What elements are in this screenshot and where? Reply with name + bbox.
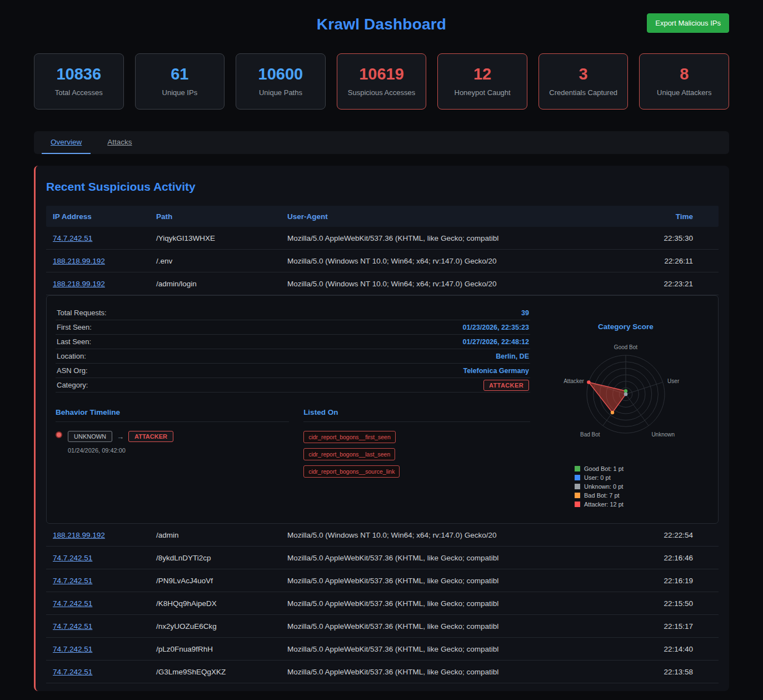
- column-header-user-agent: User-Agent: [287, 212, 640, 221]
- activity-table: IP AddressPathUser-AgentTime 74.7.242.51…: [46, 206, 719, 683]
- stat-card-credentials-captured: 3Credentials Captured: [538, 53, 629, 110]
- ip-link[interactable]: 188.218.99.192: [53, 280, 105, 288]
- legend-item-bad-bot: Bad Bot: 7 pt: [575, 492, 709, 499]
- export-malicious-ips-button[interactable]: Export Malicious IPs: [647, 13, 729, 33]
- ip-cell: 74.7.242.51: [53, 622, 156, 631]
- legend-swatch: [575, 475, 580, 480]
- radar-axis-label-user: User: [667, 378, 680, 384]
- ip-link[interactable]: 74.7.242.51: [53, 599, 92, 608]
- tab-attacks[interactable]: Attacks: [98, 131, 141, 154]
- time-cell: 22:13:58: [640, 668, 712, 676]
- stat-label: Suspicious Accesses: [341, 88, 423, 97]
- table-header-row: IP AddressPathUser-AgentTime: [46, 206, 719, 227]
- stat-card-suspicious-accesses: 10619Suspicious Accesses: [337, 53, 427, 110]
- legend-label: Unknown: 0 pt: [584, 483, 623, 490]
- listed-on-badge[interactable]: cidr_report_bogons__first_seen: [303, 431, 396, 443]
- table-row[interactable]: 188.218.99.192/.envMozilla/5.0 (Windows …: [46, 250, 719, 272]
- column-header-ip-address: IP Address: [53, 212, 156, 221]
- chart-legend: Good Bot: 1 ptUser: 0 ptUnknown: 0 ptBad…: [575, 465, 709, 508]
- behavior-timeline-title: Behavior Timeline: [56, 408, 289, 422]
- table-row[interactable]: 74.7.242.51/pLz0Fnua9fRhHMozilla/5.0 App…: [46, 638, 719, 661]
- table-row[interactable]: 188.218.99.192/admin/loginMozilla/5.0 (W…: [46, 272, 719, 295]
- table-row[interactable]: 74.7.242.51/8ykdLnDYTi2cpMozilla/5.0 App…: [46, 547, 719, 569]
- table-row[interactable]: 188.218.99.192/adminMozilla/5.0 (Windows…: [46, 524, 719, 547]
- stat-card-unique-attackers: 8Unique Attackers: [639, 53, 729, 110]
- detail-field-label: Location:: [57, 352, 86, 360]
- stat-label: Credentials Captured: [542, 88, 625, 97]
- timeline-event-body: UNKNOWN → ATTACKER 01/24/2026, 09:42:00: [68, 431, 173, 454]
- stat-label: Unique Attackers: [643, 88, 725, 97]
- path-cell: /admin: [156, 531, 287, 539]
- radar-axis-label-bad-bot: Bad Bot: [580, 431, 600, 438]
- category-badge: ATTACKER: [483, 380, 529, 391]
- detail-field-value: 01/27/2026, 22:48:12: [462, 338, 529, 346]
- ip-link[interactable]: 74.7.242.51: [53, 645, 92, 653]
- detail-field-last-seen: Last Seen:01/27/2026, 22:48:12: [56, 335, 530, 349]
- listed-on-badge[interactable]: cidr_report_bogons__last_seen: [303, 448, 395, 460]
- ip-link[interactable]: 74.7.242.51: [53, 622, 92, 631]
- radar-point-unknown: [624, 393, 627, 396]
- stat-card-unique-ips: 61Unique IPs: [135, 53, 225, 110]
- ip-link[interactable]: 74.7.242.51: [53, 577, 92, 585]
- path-cell: /YiqykGI13WHXE: [156, 234, 287, 242]
- legend-label: Bad Bot: 7 pt: [584, 492, 620, 499]
- ip-link[interactable]: 74.7.242.51: [53, 668, 92, 676]
- listed-on-badge[interactable]: cidr_report_bogons__source_link: [303, 465, 400, 478]
- stat-value: 3: [542, 65, 625, 83]
- ip-link[interactable]: 188.218.99.192: [53, 531, 105, 539]
- table-row[interactable]: 74.7.242.51/nx2yUOZuE6CkgMozilla/5.0 App…: [46, 615, 719, 638]
- panel-title: Recent Suspicious Activity: [46, 180, 719, 193]
- legend-swatch: [575, 493, 580, 498]
- table-row[interactable]: 74.7.242.51/YiqykGI13WHXEMozilla/5.0 App…: [46, 227, 719, 250]
- timeline-to-badge: ATTACKER: [128, 431, 173, 442]
- path-cell: /K8HQq9hAipeDX: [156, 599, 287, 608]
- radar-point-bad-bot: [611, 411, 614, 414]
- table-row[interactable]: 74.7.242.51/G3Lme9ShEQgXKZMozilla/5.0 Ap…: [46, 661, 719, 683]
- detail-field-category: Category:ATTACKER: [56, 378, 530, 393]
- behavior-timeline-section: Behavior Timeline UNKNOWN → ATTACKER: [56, 408, 289, 478]
- table-rows-before-detail: 74.7.242.51/YiqykGI13WHXEMozilla/5.0 App…: [46, 227, 719, 295]
- time-cell: 22:35:30: [640, 234, 712, 242]
- detail-field-label: Total Requests:: [57, 309, 107, 317]
- detail-field-label: First Seen:: [57, 323, 92, 331]
- legend-label: Attacker: 12 pt: [584, 501, 624, 508]
- user-agent-cell: Mozilla/5.0 AppleWebKit/537.36 (KHTML, l…: [287, 645, 640, 653]
- ip-cell: 74.7.242.51: [53, 645, 156, 653]
- path-cell: /G3Lme9ShEQgXKZ: [156, 668, 287, 676]
- radar-axis-label-attacker: Attacker: [563, 378, 584, 384]
- ip-link[interactable]: 74.7.242.51: [53, 554, 92, 562]
- user-agent-cell: Mozilla/5.0 (Windows NT 10.0; Win64; x64…: [287, 531, 640, 539]
- stat-value: 10619: [341, 65, 423, 83]
- time-cell: 22:22:54: [640, 531, 712, 539]
- tabs-bar: OverviewAttacks: [34, 131, 729, 154]
- path-cell: /.env: [156, 257, 287, 265]
- timeline-event: UNKNOWN → ATTACKER 01/24/2026, 09:42:00: [56, 431, 289, 454]
- ip-cell: 74.7.242.51: [53, 599, 156, 608]
- time-cell: 22:23:21: [640, 280, 712, 288]
- user-agent-cell: Mozilla/5.0 (Windows NT 10.0; Win64; x64…: [287, 280, 640, 288]
- ip-cell: 74.7.242.51: [53, 577, 156, 585]
- page-title: Krawl Dashboard: [34, 9, 729, 33]
- suspicious-activity-panel: Recent Suspicious Activity IP AddressPat…: [34, 166, 729, 691]
- ip-link[interactable]: 188.218.99.192: [53, 257, 105, 265]
- table-row[interactable]: 74.7.242.51/PN9LvAcJ4uoVfMozilla/5.0 App…: [46, 569, 719, 592]
- timeline-dot-icon: [56, 431, 62, 438]
- path-cell: /admin/login: [156, 280, 287, 288]
- detail-field-value: 39: [521, 309, 529, 317]
- time-cell: 22:16:19: [640, 577, 712, 585]
- listed-on-section: Listed On cidr_report_bogons__first_seen…: [303, 408, 530, 478]
- table-row[interactable]: 74.7.242.51/K8HQq9hAipeDXMozilla/5.0 App…: [46, 592, 719, 615]
- radar-data-polygon: [589, 382, 626, 413]
- radar-point-good-bot: [624, 389, 627, 393]
- timeline-transition: UNKNOWN → ATTACKER: [68, 431, 173, 442]
- detail-field-value: 01/23/2026, 22:35:23: [462, 324, 529, 331]
- detail-field-label: Category:: [57, 381, 88, 389]
- timeline-timestamp: 01/24/2026, 09:42:00: [68, 447, 173, 454]
- detail-sub-sections: Behavior Timeline UNKNOWN → ATTACKER: [56, 408, 530, 478]
- ip-link[interactable]: 74.7.242.51: [53, 234, 92, 242]
- stat-label: Honeypot Caught: [441, 88, 523, 97]
- column-header-path: Path: [156, 212, 287, 221]
- tab-overview[interactable]: Overview: [42, 131, 91, 154]
- ip-cell: 74.7.242.51: [53, 554, 156, 562]
- time-cell: 22:15:17: [640, 622, 712, 631]
